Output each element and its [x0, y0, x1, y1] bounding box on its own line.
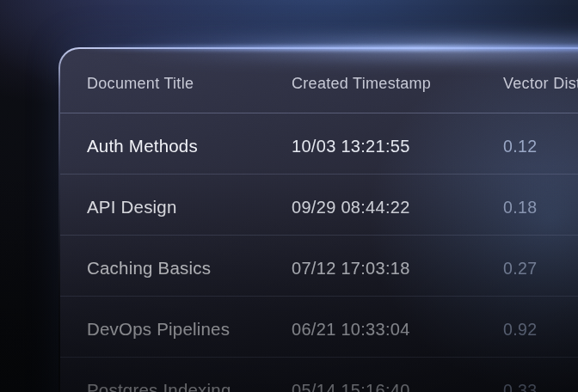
column-header-created-timestamp: Created Timestamp — [292, 75, 503, 93]
page-background: Document Title Created Timestamp Vector … — [0, 0, 578, 392]
documents-table-panel: Document Title Created Timestamp Vector … — [58, 47, 578, 392]
vector-distance-cell: 0.12 — [503, 137, 578, 156]
document-title-cell: Postgres Indexing — [87, 380, 292, 392]
documents-table: Document Title Created Timestamp Vector … — [60, 49, 578, 392]
table-row[interactable]: API Design 09/29 08:44:22 0.18 — [60, 175, 578, 236]
created-timestamp-cell: 09/29 08:44:22 — [292, 198, 503, 217]
column-header-document-title: Document Title — [87, 75, 292, 93]
created-timestamp-cell: 10/03 13:21:55 — [292, 137, 503, 156]
vector-distance-cell: 0.92 — [503, 320, 578, 340]
table-row[interactable]: Postgres Indexing 05/14 15:16:40 0.33 — [60, 358, 578, 392]
vector-distance-cell: 0.33 — [503, 381, 578, 392]
created-timestamp-cell: 05/14 15:16:40 — [292, 381, 503, 392]
document-title-cell: Auth Methods — [87, 136, 292, 156]
column-header-vector-distance: Vector Distance — [503, 75, 578, 93]
table-row[interactable]: DevOps Pipelines 06/21 10:33:04 0.92 — [60, 297, 578, 358]
created-timestamp-cell: 07/12 17:03:18 — [292, 259, 503, 279]
document-title-cell: DevOps Pipelines — [87, 319, 292, 340]
created-timestamp-cell: 06/21 10:33:04 — [292, 320, 503, 340]
table-row[interactable]: Auth Methods 10/03 13:21:55 0.12 — [60, 113, 578, 175]
table-row[interactable]: Caching Basics 07/12 17:03:18 0.27 — [60, 236, 578, 297]
table-header-row: Document Title Created Timestamp Vector … — [60, 49, 578, 113]
vector-distance-cell: 0.18 — [503, 198, 578, 217]
document-title-cell: Caching Basics — [87, 258, 292, 279]
vector-distance-cell: 0.27 — [503, 259, 578, 279]
document-title-cell: API Design — [87, 197, 292, 217]
